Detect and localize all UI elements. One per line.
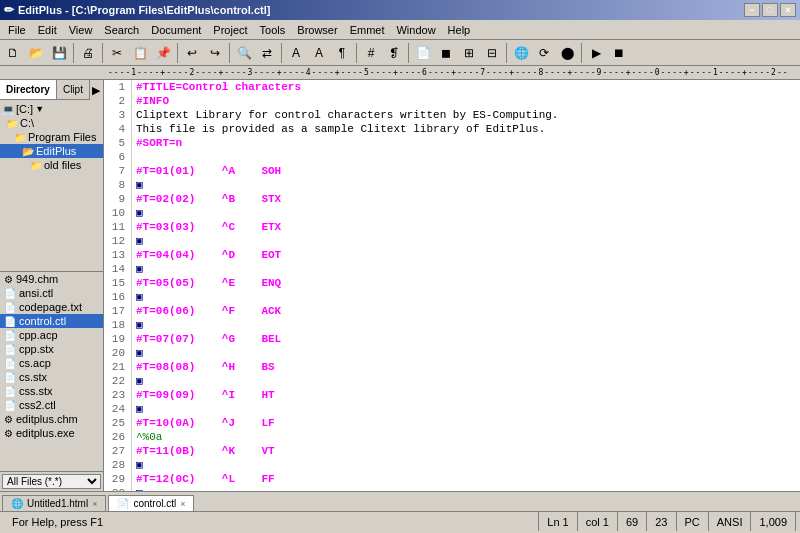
- toolbar-btn13[interactable]: ⏹: [608, 42, 630, 64]
- code-line: #INFO: [136, 94, 796, 108]
- toolbar-btn1[interactable]: A: [285, 42, 307, 64]
- tree-program-files[interactable]: 📁 Program Files: [0, 130, 103, 144]
- tree-old-files[interactable]: 📁 old files: [0, 158, 103, 172]
- menu-bar: FileEditViewSearchDocumentProjectToolsBr…: [0, 20, 800, 40]
- file-item[interactable]: 📄codepage.txt: [0, 300, 103, 314]
- file-filter[interactable]: All Files (*.*): [0, 471, 103, 491]
- toolbar-sep4: [229, 43, 230, 63]
- search-button[interactable]: 🔍: [233, 42, 255, 64]
- minimize-button[interactable]: −: [744, 3, 760, 17]
- toolbar-btn5[interactable]: ❡: [383, 42, 405, 64]
- editor-area: 1234567891011121314151617181920212223242…: [104, 80, 800, 491]
- file-item[interactable]: 📄css2.ctl: [0, 398, 103, 412]
- print-button[interactable]: 🖨: [77, 42, 99, 64]
- file-item[interactable]: 📄control.ctl: [0, 314, 103, 328]
- file-item[interactable]: 📄ansi.ctl: [0, 286, 103, 300]
- code-line: #T=09(09) ^I HT: [136, 388, 796, 402]
- copy-button[interactable]: 📋: [129, 42, 151, 64]
- toolbar-btn6[interactable]: 📄: [412, 42, 434, 64]
- line-number: 6: [106, 150, 129, 164]
- toolbar-btn11[interactable]: ⬤: [556, 42, 578, 64]
- close-button[interactable]: ×: [780, 3, 796, 17]
- menu-item-tools[interactable]: Tools: [254, 22, 292, 38]
- menu-item-edit[interactable]: Edit: [32, 22, 63, 38]
- toolbar-btn9[interactable]: ⊟: [481, 42, 503, 64]
- toolbar-sep9: [581, 43, 582, 63]
- toolbar-sep6: [356, 43, 357, 63]
- code-line: Cliptext Library for control characters …: [136, 108, 796, 122]
- title-bar-left: ✏ EditPlus - [C:\Program Files\EditPlus\…: [4, 3, 270, 17]
- file-item[interactable]: ⚙949.chm: [0, 272, 103, 286]
- code-line: #T=04(04) ^D EOT: [136, 248, 796, 262]
- menu-item-project[interactable]: Project: [207, 22, 253, 38]
- new-button[interactable]: 🗋: [2, 42, 24, 64]
- redo-button[interactable]: ↪: [204, 42, 226, 64]
- file-item[interactable]: 📄cpp.acp: [0, 328, 103, 342]
- file-item[interactable]: 📄css.stx: [0, 384, 103, 398]
- directory-tab[interactable]: Directory: [0, 80, 57, 99]
- menu-item-view[interactable]: View: [63, 22, 99, 38]
- file-item[interactable]: ⚙editplus.exe: [0, 426, 103, 440]
- tree-drive[interactable]: 💻 [C:] ▼: [0, 102, 103, 116]
- code-content[interactable]: #TITLE=Control characters#INFOCliptext L…: [132, 80, 800, 491]
- menu-item-search[interactable]: Search: [98, 22, 145, 38]
- toolbar-btn4[interactable]: #: [360, 42, 382, 64]
- file-item[interactable]: ⚙editplus.chm: [0, 412, 103, 426]
- menu-item-file[interactable]: File: [2, 22, 32, 38]
- menu-item-browser[interactable]: Browser: [291, 22, 343, 38]
- undo-button[interactable]: ↩: [181, 42, 203, 64]
- chevron-down-icon: ▼: [35, 104, 44, 114]
- folder-icon: 📁: [6, 118, 18, 129]
- toolbar-btn7[interactable]: ◼: [435, 42, 457, 64]
- editor-tab[interactable]: 🌐Untitled1.html×: [2, 495, 106, 511]
- menu-item-emmet[interactable]: Emmet: [344, 22, 391, 38]
- line-number: 22: [106, 374, 129, 388]
- save-button[interactable]: 💾: [48, 42, 70, 64]
- ruler-text: ----1----+----2----+----3----+----4----+…: [108, 68, 789, 77]
- tab-close-button[interactable]: ×: [180, 499, 185, 509]
- editor-tab[interactable]: 📄control.ctl×: [108, 495, 194, 511]
- code-line: #T=08(08) ^H BS: [136, 360, 796, 374]
- file-item[interactable]: 📄cs.acp: [0, 356, 103, 370]
- line-number: 26: [106, 430, 129, 444]
- open-button[interactable]: 📂: [25, 42, 47, 64]
- toolbar-btn2[interactable]: A: [308, 42, 330, 64]
- cut-button[interactable]: ✂: [106, 42, 128, 64]
- cliptext-tab[interactable]: Clipt: [57, 80, 90, 99]
- menu-item-window[interactable]: Window: [390, 22, 441, 38]
- file-item[interactable]: 📄cpp.stx: [0, 342, 103, 356]
- file-filter-select[interactable]: All Files (*.*): [2, 474, 101, 489]
- code-line: ▣: [136, 262, 796, 276]
- main-area: Directory Clipt ▶ 💻 [C:] ▼ 📁 C:\ 📁 Progr…: [0, 80, 800, 491]
- file-list: ⚙949.chm📄ansi.ctl📄codepage.txt📄control.c…: [0, 271, 103, 471]
- folder-icon: 📁: [30, 160, 42, 171]
- line-number: 19: [106, 332, 129, 346]
- tree-editplus[interactable]: 📂 EditPlus: [0, 144, 103, 158]
- toolbar-btn8[interactable]: ⊞: [458, 42, 480, 64]
- toolbar-btn10[interactable]: ⟳: [533, 42, 555, 64]
- code-line: #T=01(01) ^A SOH: [136, 164, 796, 178]
- line-number: 5: [106, 136, 129, 150]
- file-name: ansi.ctl: [19, 287, 53, 299]
- directory-tree[interactable]: 💻 [C:] ▼ 📁 C:\ 📁 Program Files 📂 EditPlu…: [0, 100, 103, 271]
- code-line: #SORT=n: [136, 136, 796, 150]
- toolbar-btn12[interactable]: ▶: [585, 42, 607, 64]
- file-name: editplus.chm: [16, 413, 78, 425]
- line-numbers: 1234567891011121314151617181920212223242…: [104, 80, 132, 491]
- panel-arrow[interactable]: ▶: [90, 80, 103, 100]
- file-item[interactable]: 📄cs.stx: [0, 370, 103, 384]
- replace-button[interactable]: ⇄: [256, 42, 278, 64]
- toolbar-btn3[interactable]: ¶: [331, 42, 353, 64]
- browser-btn[interactable]: 🌐: [510, 42, 532, 64]
- drive-icon: 💻: [2, 104, 14, 115]
- status-num1: 69: [618, 512, 647, 531]
- maximize-button[interactable]: □: [762, 3, 778, 17]
- status-help: For Help, press F1: [4, 512, 539, 531]
- menu-item-document[interactable]: Document: [145, 22, 207, 38]
- file-name: css2.ctl: [19, 399, 56, 411]
- tab-close-button[interactable]: ×: [92, 499, 97, 509]
- menu-item-help[interactable]: Help: [442, 22, 477, 38]
- tree-c-drive[interactable]: 📁 C:\: [0, 116, 103, 130]
- file-name: editplus.exe: [16, 427, 75, 439]
- paste-button[interactable]: 📌: [152, 42, 174, 64]
